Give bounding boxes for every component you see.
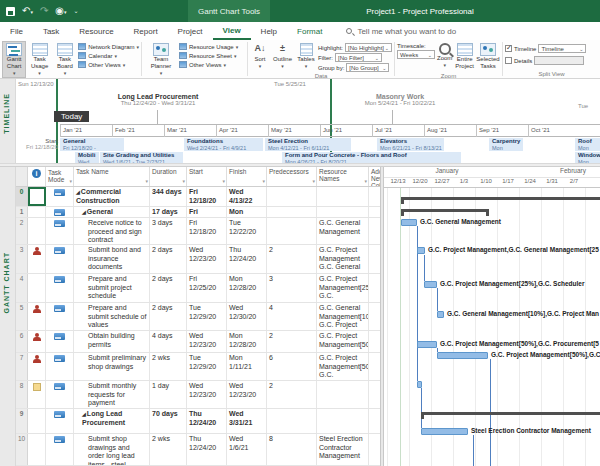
other-views-resource-button[interactable]: Other Views▾ — [179, 61, 238, 68]
add-column-cell[interactable] — [369, 218, 380, 244]
row-number[interactable]: 4 — [16, 274, 28, 302]
timeline-pane[interactable]: Sun 12/13/20 Tue 5/25/21 Tue Today Start… — [16, 79, 600, 163]
task-mode-cell[interactable] — [46, 187, 74, 206]
task-name-cell[interactable]: Obtain building permits — [74, 331, 150, 352]
undo-icon[interactable]: ↶▾ — [22, 6, 33, 17]
expand-triangle-icon[interactable]: ◢ — [76, 189, 80, 195]
task-bar[interactable] — [417, 341, 437, 348]
add-column-cell[interactable] — [369, 303, 380, 330]
resource-names-cell[interactable]: G.C. Project Management[25 G.C. Schedule… — [317, 274, 369, 302]
start-cell[interactable]: Wed 12/23/20 — [187, 381, 227, 408]
task-mode-cell[interactable] — [46, 274, 74, 302]
start-cell[interactable]: Tue 12/29/20 — [187, 303, 227, 330]
start-cell[interactable]: Fri 12/18/20 — [187, 218, 227, 244]
gantt-chart-area[interactable]: JanuaryFebruary12/1312/2012/271/31/101/1… — [384, 167, 600, 466]
indicator-cell[interactable] — [28, 303, 46, 330]
predecessors-cell[interactable]: 4 — [267, 303, 317, 330]
predecessors-cell[interactable]: 2 — [267, 245, 317, 273]
timeline-checkbox[interactable] — [505, 45, 512, 52]
timeline-bar[interactable]: Form and Pour Concrete - Floors and Roof… — [282, 152, 461, 163]
timeline-view-dropdown[interactable]: Timeline⌄ — [538, 44, 586, 53]
entire-project-button[interactable]: Entire Project — [454, 41, 475, 72]
finish-header[interactable]: Finish▾ — [227, 167, 267, 186]
duration-header[interactable]: Duration▾ — [150, 167, 187, 186]
resource-names-cell[interactable] — [317, 207, 369, 217]
task-mode-cell[interactable] — [46, 303, 74, 330]
task-mode-cell[interactable] — [46, 207, 74, 217]
other-views-button[interactable]: Other Views▾ — [78, 61, 139, 68]
tab-format[interactable]: Format — [287, 22, 332, 40]
add-column-cell[interactable] — [369, 409, 380, 433]
row-number[interactable]: 6 — [16, 331, 28, 352]
start-cell[interactable]: Tue 12/29/20 — [187, 353, 227, 380]
expand-triangle-icon[interactable]: ◢ — [82, 209, 86, 215]
table-row[interactable]: 7Submit preliminary shop drawings2 wksTu… — [16, 353, 380, 381]
start-cell[interactable]: Fri 12/18/20 — [187, 187, 227, 206]
add-column-cell[interactable] — [369, 187, 380, 206]
add-column-cell[interactable] — [369, 245, 380, 273]
row-number[interactable]: 3 — [16, 245, 28, 273]
task-name-cell[interactable]: Submit preliminary shop drawings — [74, 353, 150, 380]
row-number[interactable]: 10 — [16, 434, 28, 465]
task-name-cell[interactable]: Prepare and submit schedule of values — [74, 303, 150, 330]
predecessors-cell[interactable] — [267, 207, 317, 217]
duration-cell[interactable]: 2 wks — [150, 353, 187, 380]
finish-cell[interactable]: Wed 4/13/22 — [227, 187, 267, 206]
timeline-bar[interactable]: Steel ErectionMon 4/12/21 - Fri 6/11/21 — [265, 138, 351, 151]
group-by-dropdown[interactable]: [No Group]⌄ — [346, 63, 389, 72]
task-name-cell[interactable]: ◢Long Lead Procurement — [74, 409, 150, 433]
start-header[interactable]: Start▾ — [187, 167, 227, 186]
resource-names-cell[interactable]: Steel Erection Contractor Management — [317, 434, 369, 465]
finish-cell[interactable]: Wed 3/31/21 — [227, 409, 267, 433]
indicator-column-header[interactable]: i — [28, 167, 46, 186]
details-checkbox[interactable] — [505, 57, 512, 64]
touch-mode-icon[interactable]: ◉▾ — [55, 6, 66, 17]
indicator-cell[interactable] — [28, 274, 46, 302]
resource-names-cell[interactable] — [317, 381, 369, 408]
summary-bar[interactable] — [401, 197, 600, 200]
predecessors-cell[interactable]: 3 — [267, 274, 317, 302]
start-cell[interactable]: Thu 12/24/20 — [187, 434, 227, 465]
indicator-cell[interactable] — [28, 434, 46, 465]
table-row[interactable]: 4Prepare and submit project schedule2 da… — [16, 274, 380, 303]
summary-bar[interactable] — [401, 209, 489, 212]
task-name-header[interactable]: Task Name▾ — [74, 167, 150, 186]
network-diagram-button[interactable]: Network Diagram▾ — [78, 43, 139, 50]
resource-names-cell[interactable] — [317, 187, 369, 206]
task-name-cell[interactable]: Prepare and submit project schedule — [74, 274, 150, 302]
timeline-pane-strip[interactable]: TIMELINE — [0, 79, 16, 163]
calendar-button[interactable]: Calendar▾ — [78, 52, 139, 59]
row-number[interactable]: 2 — [16, 218, 28, 244]
duration-cell[interactable]: 70 days — [150, 409, 187, 433]
start-cell[interactable]: Thu 12/24/20 — [187, 409, 227, 433]
team-planner-button[interactable]: Team Planner▾ — [144, 41, 178, 78]
start-cell[interactable]: Wed 12/23/20 — [187, 331, 227, 352]
tables-button[interactable]: Tables▾ — [295, 41, 317, 71]
add-column-cell[interactable] — [369, 353, 380, 380]
today-marker[interactable]: Today — [54, 111, 89, 122]
finish-cell[interactable]: Wed 12/30/20 — [227, 303, 267, 330]
resource-names-cell[interactable]: G.C. Project Management[50 — [317, 331, 369, 352]
resource-names-cell[interactable]: G.C. Project Management G.C. General — [317, 245, 369, 273]
gantt-chart-button[interactable]: Gantt Chart▾ — [2, 41, 26, 78]
resource-names-header[interactable]: Resource Names▾ — [317, 167, 369, 186]
task-mode-cell[interactable] — [46, 245, 74, 273]
resource-usage-button[interactable]: Resource Usage▾ — [179, 43, 238, 50]
add-column-cell[interactable] — [369, 331, 380, 352]
duration-cell[interactable]: 3 days — [150, 218, 187, 244]
resource-names-cell[interactable]: G.C. Project Management[50 G.C. — [317, 353, 369, 380]
table-row[interactable]: 1◢General Conditions17 daysFri 12/18/20M… — [16, 207, 380, 218]
add-new-column-header[interactable]: Add New Column — [369, 167, 380, 186]
resource-sheet-button[interactable]: Resource Sheet▾ — [179, 52, 238, 59]
tab-file[interactable]: File — [0, 22, 33, 40]
tab-help[interactable]: Help — [251, 22, 287, 40]
task-mode-cell[interactable] — [46, 218, 74, 244]
tab-report[interactable]: Report — [124, 22, 168, 40]
resource-names-cell[interactable] — [317, 409, 369, 433]
row-number[interactable]: 5 — [16, 303, 28, 330]
outline-button[interactable]: ± Outline▾ — [271, 41, 294, 71]
table-row[interactable]: 3Submit bond and insurance documents2 da… — [16, 245, 380, 274]
indicator-cell[interactable] — [28, 187, 46, 206]
task-bar[interactable] — [417, 247, 425, 254]
indicator-cell[interactable] — [28, 331, 46, 352]
